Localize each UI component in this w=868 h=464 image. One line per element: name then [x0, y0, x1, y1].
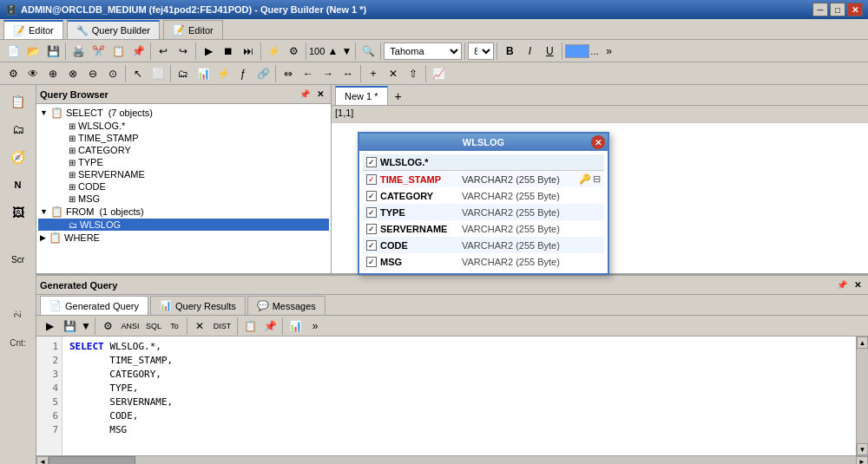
- pin-bottom[interactable]: 📌: [835, 278, 849, 292]
- side-icon-1[interactable]: 📋: [3, 88, 33, 114]
- popup-close-button[interactable]: ✕: [591, 135, 605, 149]
- new1-tab[interactable]: New 1 *: [335, 86, 388, 105]
- copy-button[interactable]: 📋: [108, 42, 128, 61]
- tree-category[interactable]: ⊞ CATEGORY: [38, 144, 329, 156]
- tb2-join[interactable]: ⇔: [279, 64, 298, 83]
- italic-button[interactable]: I: [520, 42, 539, 61]
- cut-button[interactable]: ✂️: [89, 42, 108, 61]
- tree-type[interactable]: ⊞ TYPE: [38, 156, 329, 168]
- expand-icon[interactable]: ▼: [40, 207, 48, 216]
- scroll-right[interactable]: ►: [856, 456, 868, 465]
- paste-button[interactable]: 📌: [128, 42, 148, 61]
- qt-sql[interactable]: SQL: [143, 317, 164, 336]
- h-scroll-thumb[interactable]: [49, 456, 135, 465]
- qt-x[interactable]: ✕: [190, 317, 209, 336]
- side-icon-nav[interactable]: 🧭: [3, 144, 33, 170]
- popup-row-servername[interactable]: ✓ SERVERNAME VARCHAR2 (255 Byte): [363, 220, 604, 237]
- zoom-down[interactable]: ▼: [340, 42, 352, 61]
- checkbox-code[interactable]: ✓: [366, 240, 377, 251]
- new-button[interactable]: 📄: [3, 42, 23, 61]
- tree-wlslog[interactable]: 🗂 WLSLOG: [38, 219, 329, 231]
- tb2-move[interactable]: ⇧: [404, 64, 423, 83]
- redo-button[interactable]: ↪: [174, 42, 193, 61]
- add-tab-button[interactable]: +: [390, 88, 407, 105]
- tb2-right[interactable]: →: [319, 64, 338, 83]
- horizontal-scrollbar[interactable]: ◄ ►: [36, 455, 868, 464]
- tab-query-results[interactable]: 📊 Query Results: [150, 296, 246, 315]
- undo-button[interactable]: ↩: [154, 42, 173, 61]
- open-button[interactable]: 📂: [23, 42, 43, 61]
- tb2-cursor[interactable]: ↖: [128, 64, 148, 83]
- tab-editor-1[interactable]: 📝 Editor: [3, 20, 63, 39]
- tree-select-node[interactable]: ▼ 📋 SELECT (7 objects): [38, 106, 329, 120]
- code-area[interactable]: SELECT WLSLOG.*, TIME_STAMP, CATEGORY, T…: [62, 337, 856, 455]
- tab-messages[interactable]: 💬 Messages: [247, 296, 326, 315]
- h-scroll-track[interactable]: [49, 456, 856, 465]
- scroll-down[interactable]: ▼: [857, 443, 868, 455]
- tb2-table[interactable]: 🗂: [174, 64, 193, 83]
- tree-code[interactable]: ⊞ CODE: [38, 180, 329, 193]
- checkbox-type[interactable]: ✓: [366, 207, 377, 218]
- qt-chart[interactable]: 📊: [286, 317, 305, 336]
- tb2-func[interactable]: ƒ: [233, 64, 253, 83]
- tree-msg[interactable]: ⊞ MSG: [38, 193, 329, 205]
- popup-row-timestamp[interactable]: ✓ TIME_STAMP VARCHAR2 (255 Byte) 🔑 ⊟: [363, 171, 604, 187]
- tb2-full[interactable]: ↔: [339, 64, 358, 83]
- tree-time-stamp[interactable]: ⊞ TIME_STAMP: [38, 132, 329, 144]
- qt-format[interactable]: ⚙: [98, 317, 117, 336]
- side-icon-img[interactable]: 🖼: [3, 199, 33, 225]
- popup-row-category[interactable]: ✓ CATEGORY VARCHAR2 (255 Byte): [363, 187, 604, 204]
- tb2-proc[interactable]: ⚡: [214, 64, 233, 83]
- qt-save[interactable]: 💾: [60, 317, 79, 336]
- tree-servername[interactable]: ⊞ SERVERNAME: [38, 168, 329, 180]
- vertical-scrollbar[interactable]: ▲ ▼: [856, 337, 868, 455]
- qt-ansi[interactable]: ANSI: [118, 317, 142, 336]
- tree-where-node[interactable]: ▶ 📋 WHERE: [38, 231, 329, 245]
- format-button[interactable]: ⚡: [264, 42, 283, 61]
- qt-paste[interactable]: 📌: [260, 317, 279, 336]
- zoom-up[interactable]: ▲: [326, 42, 339, 61]
- tb2-left[interactable]: ←: [299, 64, 318, 83]
- close-panel-button[interactable]: ✕: [313, 88, 327, 101]
- tb2-add[interactable]: +: [364, 64, 383, 83]
- qt-run[interactable]: ▶: [40, 317, 59, 336]
- edit-icon[interactable]: ⊟: [593, 173, 601, 185]
- tb2-chart[interactable]: 📈: [429, 64, 448, 83]
- scroll-left[interactable]: ◄: [36, 456, 49, 465]
- tab-generated-query[interactable]: 📄 Generated Query: [40, 296, 148, 315]
- checkbox-category[interactable]: ✓: [366, 191, 377, 201]
- popup-row-msg[interactable]: ✓ MSG VARCHAR2 (255 Byte): [363, 253, 604, 270]
- qt-open-dropdown[interactable]: ▼: [80, 317, 92, 336]
- checkbox-servername[interactable]: ✓: [366, 224, 377, 234]
- close-button[interactable]: ✕: [847, 3, 863, 16]
- qt-more[interactable]: »: [306, 317, 325, 336]
- popup-header-row[interactable]: ✓ WLSLOG.*: [363, 154, 604, 171]
- checkbox-msg[interactable]: ✓: [366, 257, 377, 267]
- tree-from-node[interactable]: ▼ 📋 FROM (1 objects): [38, 205, 329, 219]
- qt-to[interactable]: To: [165, 317, 184, 336]
- tb2-btn4[interactable]: ⊗: [63, 64, 82, 83]
- side-icon-n[interactable]: N: [3, 172, 33, 198]
- scroll-up[interactable]: ▲: [857, 337, 868, 349]
- bold-button[interactable]: B: [500, 42, 519, 61]
- minimize-button[interactable]: ─: [812, 3, 828, 16]
- font-select[interactable]: Tahoma: [384, 42, 462, 60]
- tb2-btn5[interactable]: ⊖: [83, 64, 102, 83]
- qt-copy[interactable]: 📋: [240, 317, 260, 336]
- side-icon-tables[interactable]: 🗂: [3, 116, 33, 142]
- pin-button[interactable]: 📌: [298, 88, 312, 101]
- tb2-btn1[interactable]: ⚙: [3, 64, 23, 83]
- color-button[interactable]: [565, 44, 589, 58]
- settings-button[interactable]: ⚙: [284, 42, 303, 61]
- step-button[interactable]: ⏭: [239, 42, 258, 61]
- tb2-select[interactable]: ⬜: [148, 64, 168, 83]
- expand-icon[interactable]: ▶: [40, 233, 46, 242]
- tb2-view[interactable]: 📊: [194, 64, 213, 83]
- print-button[interactable]: 🖨️: [69, 42, 88, 61]
- save-button[interactable]: 💾: [43, 42, 62, 61]
- checkbox-wlslog-star[interactable]: ✓: [366, 157, 377, 167]
- side-icon-script[interactable]: Scr: [3, 246, 33, 272]
- run-button[interactable]: ▶: [199, 42, 218, 61]
- close-bottom[interactable]: ✕: [851, 278, 865, 292]
- more-button[interactable]: »: [600, 42, 619, 61]
